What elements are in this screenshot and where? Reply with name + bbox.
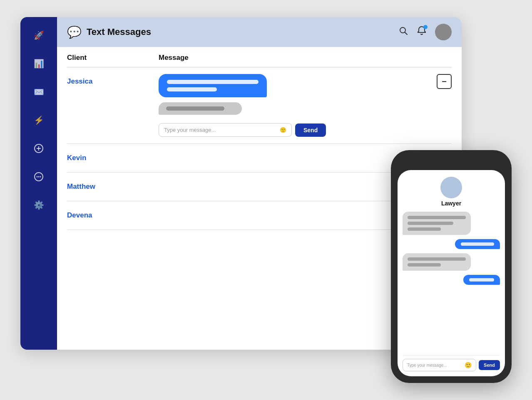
- jessica-input-row: Type your message... 🙂 Send: [159, 123, 433, 137]
- jessica-row: Jessica: [67, 67, 452, 144]
- pbsl1: [461, 242, 494, 246]
- bubble-received-line: [166, 106, 224, 111]
- sidebar-icon-mail[interactable]: ✉️: [30, 84, 47, 100]
- phone-contact-name: Lawyer: [441, 200, 461, 207]
- jessica-received-bubble: [159, 102, 242, 115]
- messages-icon: 💬: [67, 25, 82, 39]
- notification-dot: [423, 25, 428, 29]
- pbsl2: [469, 278, 494, 281]
- sidebar-icon-chart[interactable]: 📊: [30, 55, 47, 72]
- jessica-send-button[interactable]: Send: [295, 123, 326, 137]
- phone-contact: Lawyer: [403, 177, 500, 207]
- search-icon[interactable]: [398, 26, 408, 38]
- svg-point-4: [37, 176, 38, 178]
- sidebar-icon-bolt[interactable]: ⚡: [30, 112, 47, 128]
- sidebar-icon-chat[interactable]: [30, 168, 47, 185]
- jessica-expand-btn-wrap: −: [433, 74, 452, 89]
- notification-bell[interactable]: [417, 26, 427, 38]
- sidebar-icon-rocket[interactable]: 🚀: [30, 27, 47, 44]
- col-client-header: Client: [67, 54, 159, 62]
- phone-notch: [433, 157, 470, 167]
- pbl5: [408, 263, 441, 267]
- jessica-message-input[interactable]: Type your message... 🙂: [159, 123, 292, 137]
- phone-input-row: Type your message... 🙂 Send: [403, 355, 500, 371]
- sidebar: 🚀 📊 ✉️ ⚡ ⚙️: [20, 17, 57, 350]
- pbl1: [408, 216, 466, 219]
- jessica-sent-bubble: [159, 74, 267, 97]
- phone-screen: Lawyer: [398, 170, 505, 376]
- header-right: [398, 24, 452, 40]
- devena-client-name[interactable]: Devena: [67, 211, 159, 220]
- svg-point-5: [38, 176, 40, 178]
- phone-emoji-icon[interactable]: 🙂: [465, 362, 472, 368]
- pbl4: [408, 257, 466, 261]
- pbl3: [408, 227, 441, 231]
- jessica-collapse-button[interactable]: −: [437, 74, 452, 89]
- phone-messages: [403, 212, 500, 352]
- sidebar-icon-plus[interactable]: [30, 140, 47, 157]
- jessica-message-area: Type your message... 🙂 Send: [159, 74, 433, 137]
- avatar[interactable]: [435, 24, 452, 40]
- svg-point-6: [40, 176, 41, 178]
- jessica-client-name[interactable]: Jessica: [67, 74, 159, 86]
- bubble-line-2: [167, 87, 217, 91]
- jessica-row-top: Jessica: [67, 74, 452, 137]
- matthew-client-name[interactable]: Matthew: [67, 183, 159, 191]
- col-message-header: Message: [159, 54, 452, 62]
- svg-line-8: [405, 32, 408, 35]
- phone-mockup: Lawyer: [391, 150, 512, 383]
- phone-input-placeholder: Type your message...: [407, 363, 447, 368]
- kevin-client-name[interactable]: Kevin: [67, 154, 159, 162]
- pbl2: [408, 222, 453, 225]
- phone-avatar: [440, 177, 462, 198]
- emoji-icon[interactable]: 🙂: [280, 127, 286, 133]
- header-left: 💬 Text Messages: [67, 25, 151, 39]
- table-header: Client Message: [67, 47, 452, 67]
- page-title: Text Messages: [87, 27, 151, 37]
- phone-bubble-received-2: [403, 253, 471, 271]
- sidebar-icon-settings[interactable]: ⚙️: [30, 197, 47, 213]
- bubble-line-1: [167, 80, 259, 84]
- phone-bubble-received-1: [403, 212, 471, 235]
- phone-send-button[interactable]: Send: [479, 360, 500, 370]
- phone-bubble-sent-1: [455, 239, 500, 249]
- phone-bubble-sent-2: [463, 275, 500, 285]
- message-placeholder: Type your message...: [164, 127, 216, 133]
- top-header: 💬 Text Messages: [57, 17, 462, 47]
- phone-message-input[interactable]: Type your message... 🙂: [403, 359, 476, 371]
